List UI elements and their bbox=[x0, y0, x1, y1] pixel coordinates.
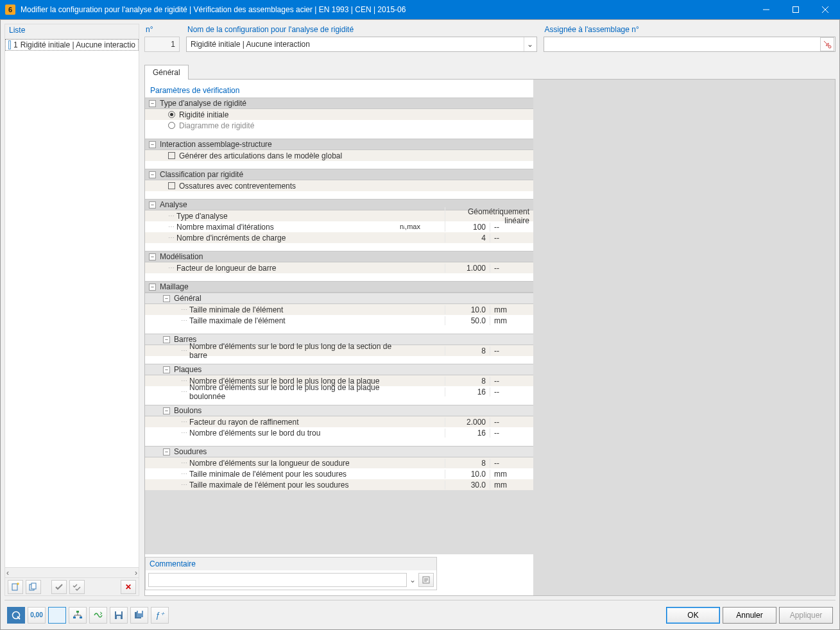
toolbar-new-button[interactable] bbox=[8, 580, 23, 594]
footer-tree-button[interactable] bbox=[69, 607, 87, 624]
svg-rect-15 bbox=[138, 611, 142, 613]
list-heading: Liste bbox=[5, 24, 139, 39]
row-bolted-plate-edge-elements[interactable]: ⋯ Nombre d'éléments sur le bord le plus … bbox=[145, 386, 533, 397]
footer-calc-button[interactable] bbox=[89, 607, 107, 624]
name-label: Nom de la configuration pour l'analyse d… bbox=[186, 24, 537, 37]
row-weld-elem-max-size[interactable]: ⋯ Taille maximale de l'élément pour les … bbox=[145, 479, 533, 490]
window-minimize-button[interactable] bbox=[751, 0, 781, 19]
group-mesh[interactable]: − Maillage bbox=[145, 281, 533, 293]
comment-input[interactable] bbox=[148, 573, 407, 587]
footer-save-button[interactable] bbox=[110, 607, 128, 624]
list-horizontal-scrollbar[interactable]: ‹ › bbox=[5, 567, 139, 577]
row-initial-rigidity[interactable]: Rigidité initiale bbox=[145, 109, 533, 120]
toolbar-check-button[interactable] bbox=[51, 580, 67, 594]
number-input[interactable] bbox=[144, 37, 180, 52]
collapse-icon[interactable]: − bbox=[149, 100, 156, 107]
group-mesh-general[interactable]: − Général bbox=[145, 293, 533, 304]
toolbar-checkall-button[interactable] bbox=[69, 580, 85, 594]
name-field: Nom de la configuration pour l'analyse d… bbox=[186, 24, 537, 58]
row-weld-elem-min-size[interactable]: ⋯ Taille minimale de l'élément pour les … bbox=[145, 468, 533, 479]
checkbox-generate-hinges[interactable] bbox=[168, 152, 175, 159]
pick-assembly-button[interactable] bbox=[820, 37, 834, 51]
name-combobox[interactable]: Rigidité initiale | Aucune interaction ⌄ bbox=[186, 37, 537, 52]
assign-field: Assignée à l'assemblage n° bbox=[544, 24, 836, 58]
comment-label: Commentaire bbox=[146, 558, 436, 570]
window-title: Modifier la configuration pour l'analyse… bbox=[21, 5, 751, 14]
row-analysis-type[interactable]: ⋯ Type d'analyse Géométriquement linéair… bbox=[145, 210, 533, 221]
list-body[interactable]: 1 Rigidité initiale | Aucune interactio bbox=[5, 39, 139, 567]
row-elem-max-size[interactable]: ⋯ Taille maximale de l'élément 50.0 mm bbox=[145, 315, 533, 326]
comment-box: Commentaire ⌄ bbox=[145, 557, 437, 590]
window-close-button[interactable] bbox=[810, 0, 840, 19]
cancel-button[interactable]: Annuler bbox=[723, 607, 776, 624]
collapse-icon[interactable]: − bbox=[163, 448, 170, 455]
row-hole-edge-elements[interactable]: ⋯ Nombre d'éléments sur le bord du trou … bbox=[145, 427, 533, 438]
row-elem-min-size[interactable]: ⋯ Taille minimale de l'élément 10.0 mm bbox=[145, 304, 533, 315]
list-item-number: 1 bbox=[13, 40, 18, 49]
svg-rect-8 bbox=[73, 617, 76, 618]
row-bar-length-factor[interactable]: ⋯ Facteur de longueur de barre 1.000 -- bbox=[145, 262, 533, 273]
list-pane: Liste 1 Rigidité initiale | Aucune inter… bbox=[4, 24, 139, 596]
footer-script-button[interactable]: ƒ⁺ bbox=[151, 607, 169, 624]
dialog-footer: 0,00 ƒ⁺ OK Annuler Appliquer bbox=[4, 600, 836, 626]
checkbox-braced-frames[interactable] bbox=[168, 182, 175, 189]
svg-rect-9 bbox=[80, 617, 82, 618]
scroll-left-icon[interactable]: ‹ bbox=[6, 568, 9, 577]
collapse-icon[interactable]: − bbox=[163, 295, 170, 302]
collapse-icon[interactable]: − bbox=[149, 171, 156, 178]
footer-saveall-button[interactable] bbox=[130, 607, 148, 624]
app-icon: 6 bbox=[5, 4, 15, 15]
svg-rect-1 bbox=[12, 584, 17, 590]
group-mesh-welds[interactable]: − Soudures bbox=[145, 446, 533, 457]
row-rigidity-diagram[interactable]: Diagramme de rigidité bbox=[145, 120, 533, 131]
svg-rect-0 bbox=[793, 7, 799, 13]
row-max-iterations[interactable]: ⋯ Nombre maximal d'itérations nᵢ,max 100… bbox=[145, 221, 533, 232]
group-interaction[interactable]: − Interaction assemblage-structure bbox=[145, 139, 533, 150]
chevron-down-icon[interactable]: ⌄ bbox=[524, 37, 536, 51]
group-mesh-plates[interactable]: − Plaques bbox=[145, 364, 533, 375]
radio-rigidity-diagram[interactable] bbox=[168, 122, 175, 129]
group-modeling[interactable]: − Modélisation bbox=[145, 251, 533, 262]
svg-rect-11 bbox=[116, 611, 121, 615]
footer-units-button[interactable]: 0,00 bbox=[28, 607, 46, 624]
row-braced-frames[interactable]: Ossatures avec contreventements bbox=[145, 180, 533, 191]
svg-rect-7 bbox=[76, 611, 79, 613]
ok-button[interactable]: OK bbox=[666, 607, 720, 624]
row-load-increments[interactable]: ⋯ Nombre d'incréments de charge 4 -- bbox=[145, 232, 533, 243]
collapse-icon[interactable]: − bbox=[163, 407, 170, 414]
list-item-icon bbox=[8, 40, 11, 49]
collapse-icon[interactable]: − bbox=[149, 284, 156, 291]
footer-help-button[interactable] bbox=[7, 607, 25, 624]
row-generate-hinges[interactable]: Générer des articulations dans le modèle… bbox=[145, 150, 533, 161]
collapse-icon[interactable]: − bbox=[163, 366, 170, 373]
tab-general[interactable]: Général bbox=[144, 65, 189, 80]
svg-point-4 bbox=[828, 46, 831, 48]
number-field: n° bbox=[144, 24, 180, 58]
scroll-right-icon[interactable]: › bbox=[135, 568, 137, 577]
assign-label: Assignée à l'assemblage n° bbox=[544, 24, 836, 37]
toolbar-delete-button[interactable]: ✕ bbox=[121, 580, 136, 594]
toolbar-copy-button[interactable] bbox=[26, 580, 41, 594]
parameters-panel: Paramètres de vérification − Type d'anal… bbox=[145, 80, 533, 595]
list-toolbar: ✕ bbox=[5, 577, 139, 595]
comment-edit-button[interactable] bbox=[418, 573, 434, 587]
footer-blank-button[interactable] bbox=[48, 607, 66, 624]
collapse-icon[interactable]: − bbox=[149, 201, 156, 209]
row-bar-edge-elements[interactable]: ⋯ Nombre d'éléments sur le bord le plus … bbox=[145, 345, 533, 356]
list-item[interactable]: 1 Rigidité initiale | Aucune interactio bbox=[5, 39, 139, 51]
row-bolt-refinement-factor[interactable]: ⋯ Facteur du rayon de raffinement 2.000 … bbox=[145, 416, 533, 427]
list-item-label: Rigidité initiale | Aucune interactio bbox=[21, 40, 135, 49]
radio-initial-rigidity[interactable] bbox=[168, 111, 175, 118]
chevron-down-icon[interactable]: ⌄ bbox=[409, 575, 416, 584]
collapse-icon[interactable]: − bbox=[149, 253, 156, 260]
group-mesh-bolts[interactable]: − Boulons bbox=[145, 405, 533, 416]
group-type-analysis[interactable]: − Type d'analyse de rigidité bbox=[145, 98, 533, 109]
window-maximize-button[interactable] bbox=[781, 0, 810, 19]
row-weld-length-elements[interactable]: ⋯ Nombre d'éléments sur la longueur de s… bbox=[145, 457, 533, 468]
collapse-icon[interactable]: − bbox=[149, 141, 156, 148]
group-classification[interactable]: − Classification par rigidité bbox=[145, 169, 533, 180]
assign-input[interactable] bbox=[544, 37, 836, 52]
tab-strip: Général bbox=[144, 64, 836, 79]
collapse-icon[interactable]: − bbox=[163, 336, 170, 343]
apply-button[interactable]: Appliquer bbox=[779, 607, 833, 624]
